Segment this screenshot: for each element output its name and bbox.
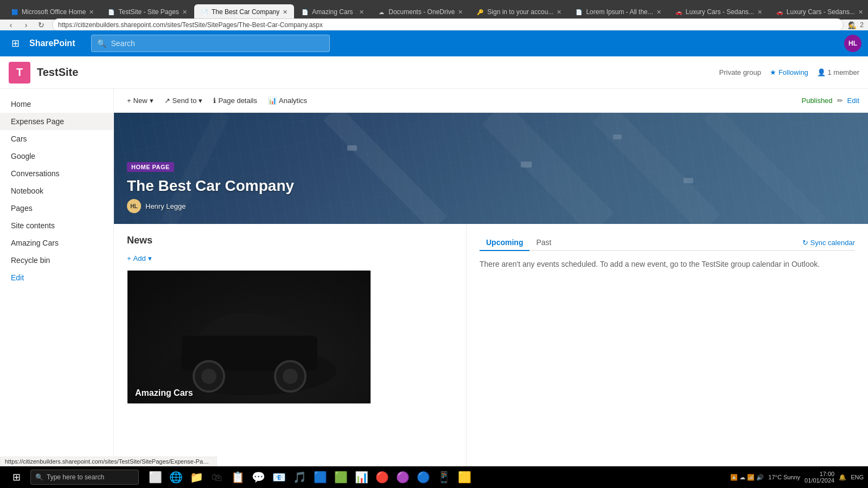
svg-line-4 — [711, 113, 819, 224]
forward-button[interactable]: › — [20, 20, 33, 30]
taskbar-app13[interactable]: 🟣 — [393, 467, 412, 487]
sidebar-item-home[interactable]: Home — [0, 95, 113, 113]
system-tray: 🔼 ☁ 📶 🔊 — [730, 474, 764, 481]
site-title[interactable]: TestSite — [37, 66, 78, 79]
taskbar-edge[interactable]: 🌐 — [166, 467, 186, 487]
taskbar-app5[interactable]: 📋 — [228, 467, 247, 487]
tab-favicon: 🚗 — [675, 8, 682, 16]
sidebar-item-edit[interactable]: Edit — [0, 269, 113, 286]
tab-favicon: 🔑 — [476, 8, 484, 16]
info-icon: ℹ — [213, 97, 216, 105]
taskbar-app6[interactable]: 💬 — [248, 467, 268, 487]
events-empty-message: There aren't any events scheduled. To ad… — [480, 259, 855, 270]
tab-close-icon[interactable]: ✕ — [656, 9, 661, 16]
tab-favicon: 🚗 — [776, 8, 783, 16]
author-name: Henry Legge — [145, 202, 186, 210]
weather-info: 17°C Sunny — [768, 474, 800, 480]
send-to-button[interactable]: ↗ Send to ▾ — [160, 94, 207, 107]
sharepoint-brand[interactable]: SharePoint — [29, 38, 75, 48]
news-section: News + Add ▾ — [114, 224, 467, 488]
tab-favicon: 📄 — [201, 8, 208, 16]
sidebar-item-amazing-cars[interactable]: Amazing Cars — [0, 234, 113, 252]
search-icon: 🔍 — [97, 39, 106, 48]
sidebar-item-recycle-bin[interactable]: Recycle bin — [0, 252, 113, 269]
author-avatar: HL — [127, 199, 141, 213]
event-tab-upcoming[interactable]: Upcoming — [480, 235, 529, 251]
browser-tab-tab-luxury2[interactable]: 🚗Luxury Cars - Sedans...✕ — [769, 4, 868, 20]
analytics-button[interactable]: 📊 Analytics — [264, 94, 311, 107]
browser-tab-tab-lorem[interactable]: 📄Lorem Ipsum - All the...✕ — [569, 4, 667, 20]
tab-label: Lorem Ipsum - All the... — [586, 8, 653, 16]
tab-close-icon[interactable]: ✕ — [557, 9, 561, 16]
sidebar-item-site-contents[interactable]: Site contents — [0, 217, 113, 234]
svg-rect-6 — [521, 162, 532, 168]
taskbar-apps: ⬜ 🌐 📁 🛍 📋 💬 📧 🎵 🟦 🟩 📊 🔴 🟣 🔵 📱 🟨 — [145, 467, 474, 487]
back-button[interactable]: ‹ — [4, 20, 17, 30]
sidebar-item-expenses[interactable]: Expenses Page — [0, 113, 113, 130]
tab-label: Amazing Cars — [312, 8, 356, 16]
taskbar-app11[interactable]: 📊 — [352, 467, 371, 487]
hero-content: HOME PAGE The Best Car Company HL Henry … — [127, 162, 294, 213]
taskbar-clock[interactable]: 17:00 01/01/2024 — [805, 471, 834, 484]
taskbar-explorer[interactable]: 📁 — [187, 467, 206, 487]
taskbar-app10[interactable]: 🟩 — [331, 467, 350, 487]
event-tab-past[interactable]: Past — [529, 235, 558, 251]
address-bar[interactable]: https://citizenbuilders.sharepoint.com/s… — [52, 18, 844, 31]
sharepoint-app: ⊞ SharePoint 🔍 Search HL T TestSite Priv… — [0, 30, 868, 488]
taskbar-app9[interactable]: 🟦 — [310, 467, 330, 487]
sendto-icon: ↗ — [164, 97, 170, 105]
tab-close-icon[interactable]: ✕ — [182, 9, 187, 16]
new-button[interactable]: + New ▾ — [123, 94, 158, 107]
browser-tab-tab-office[interactable]: 🟦Microsoft Office Home✕ — [4, 4, 100, 20]
tab-close-icon[interactable]: ✕ — [757, 9, 762, 16]
taskbar-app8[interactable]: 🎵 — [290, 467, 309, 487]
waffle-menu-button[interactable]: ⊞ — [7, 35, 24, 52]
news-card[interactable]: Amazing Cars — [127, 270, 371, 404]
incognito-count: 2 — [860, 21, 864, 29]
browser-tab-tab-signin[interactable]: 🔑Sign in to your accou...✕ — [470, 4, 568, 20]
sidebar-item-pages[interactable]: Pages — [0, 200, 113, 217]
browser-tab-tab-onedrive[interactable]: ☁Documents - OneDrive✕ — [371, 4, 469, 20]
sync-calendar-button[interactable]: ↻ Sync calendar — [802, 239, 855, 247]
tab-close-icon[interactable]: ✕ — [283, 9, 288, 16]
browser-tab-tab-amazingcars[interactable]: 📄Amazing Cars✕ — [295, 4, 371, 20]
sidebar-item-cars[interactable]: Cars — [0, 130, 113, 147]
add-news-button[interactable]: + Add ▾ — [127, 254, 152, 262]
browser-tab-tab-testsite[interactable]: 📄TestSite - Site Pages✕ — [101, 4, 193, 20]
news-card-label: Amazing Cars — [127, 383, 371, 403]
taskbar-chrome[interactable]: 🔴 — [372, 467, 392, 487]
tab-close-icon[interactable]: ✕ — [858, 9, 863, 16]
news-card-image: Amazing Cars — [127, 271, 371, 403]
taskbar-app14[interactable]: 🔵 — [413, 467, 433, 487]
tab-close-icon[interactable]: ✕ — [89, 9, 94, 16]
svg-line-0 — [331, 113, 439, 224]
hero-author: HL Henry Legge — [127, 199, 294, 213]
taskbar-app16[interactable]: 🟨 — [455, 467, 474, 487]
analytics-icon: 📊 — [268, 97, 277, 105]
browser-tab-tab-luxury1[interactable]: 🚗Luxury Cars - Sedans...✕ — [668, 4, 769, 20]
following-button[interactable]: ★ Following — [770, 68, 808, 76]
refresh-button[interactable]: ↻ — [35, 20, 48, 30]
cmd-right: Published ✏ Edit — [801, 97, 859, 105]
browser-tab-tab-bestcar[interactable]: 📄The Best Car Company✕ — [194, 4, 294, 20]
edit-button[interactable]: Edit — [847, 97, 859, 105]
page-details-button[interactable]: ℹ Page details — [209, 94, 261, 107]
sidebar-item-google[interactable]: Google — [0, 147, 113, 165]
taskbar-store[interactable]: 🛍 — [207, 467, 227, 487]
taskbar-search[interactable]: 🔍 Type here to search — [30, 470, 139, 485]
tab-close-icon[interactable]: ✕ — [359, 9, 364, 16]
taskbar-app7[interactable]: 📧 — [269, 467, 289, 487]
member-count: 👤 1 member — [817, 68, 859, 76]
sidebar-item-notebook[interactable]: Notebook — [0, 182, 113, 200]
taskbar: ⊞ 🔍 Type here to search ⬜ 🌐 📁 🛍 📋 💬 📧 🎵 … — [0, 466, 868, 488]
tab-close-icon[interactable]: ✕ — [458, 9, 463, 16]
address-text: https://citizenbuilders.sharepoint.com/s… — [58, 21, 323, 29]
user-avatar[interactable]: HL — [844, 35, 861, 52]
start-button[interactable]: ⊞ — [4, 468, 28, 486]
search-box[interactable]: 🔍 Search — [91, 35, 330, 52]
taskbar-task-view[interactable]: ⬜ — [145, 467, 165, 487]
sidebar-item-conversations[interactable]: Conversations — [0, 165, 113, 182]
taskbar-app15[interactable]: 📱 — [434, 467, 454, 487]
browser-chrome: 🟦Microsoft Office Home✕📄TestSite - Site … — [0, 0, 868, 30]
notification-icon[interactable]: 🔔 — [839, 474, 846, 481]
